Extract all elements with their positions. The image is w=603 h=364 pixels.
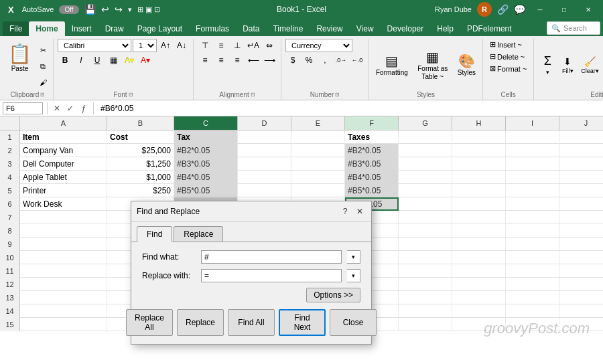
redo-icon[interactable]: ↪ xyxy=(115,4,123,15)
col-header-d[interactable]: D xyxy=(238,116,291,130)
col-header-j[interactable]: J xyxy=(559,116,603,130)
cell-i1[interactable] xyxy=(506,130,559,144)
search-box[interactable]: 🔍 Search xyxy=(547,21,600,35)
cell-a5[interactable]: Printer xyxy=(20,184,107,197)
cell-h4[interactable] xyxy=(452,171,506,184)
delete-cells-btn[interactable]: ⊟ Delete ~ xyxy=(487,51,529,62)
tab-file[interactable]: File xyxy=(3,21,29,36)
cell-i4[interactable] xyxy=(506,171,559,184)
cell-e1[interactable] xyxy=(291,130,345,144)
cell-g6[interactable] xyxy=(399,197,452,211)
cell-b1[interactable]: Cost xyxy=(107,130,174,144)
quick-access-more[interactable]: ▾ xyxy=(128,5,132,14)
row-header-4[interactable]: 4 xyxy=(0,171,20,184)
fill-btn[interactable]: ⬇ Fill▾ xyxy=(558,55,577,76)
options-button[interactable]: Options >> xyxy=(306,288,360,302)
cell-e3[interactable] xyxy=(291,157,345,171)
cell-b3[interactable]: $1,250 xyxy=(107,157,174,171)
col-header-i[interactable]: I xyxy=(506,116,559,130)
cell-d1[interactable] xyxy=(238,130,291,144)
autosave-toggle[interactable]: Off xyxy=(59,5,78,14)
cell-b5[interactable]: $250 xyxy=(107,184,174,197)
cell-h1[interactable] xyxy=(452,130,506,144)
conditional-formatting-btn[interactable]: ▤ Formatting xyxy=(373,52,411,78)
cell-h6[interactable] xyxy=(452,197,506,211)
find-what-input[interactable] xyxy=(201,250,342,264)
border-button[interactable]: ▦ xyxy=(106,54,121,67)
cell-d3[interactable] xyxy=(238,157,291,171)
col-header-b[interactable]: B xyxy=(107,116,174,130)
align-center-btn[interactable]: ≡ xyxy=(214,54,228,67)
cell-h2[interactable] xyxy=(452,144,506,157)
col-header-f[interactable]: F xyxy=(345,116,399,130)
dialog-help-icon[interactable]: ? xyxy=(339,205,351,217)
cell-f4[interactable]: #B4*0.05 xyxy=(345,171,399,184)
row-header-11[interactable]: 11 xyxy=(0,264,20,278)
align-bottom-btn[interactable]: ⊥ xyxy=(230,39,245,52)
cell-a1[interactable]: Item xyxy=(20,130,107,144)
row-header-9[interactable]: 9 xyxy=(0,238,20,251)
font-size-select[interactable]: 11 xyxy=(133,39,157,52)
cell-a4[interactable]: Apple Tablet xyxy=(20,171,107,184)
col-header-e[interactable]: E xyxy=(291,116,345,130)
format-painter-button[interactable]: 🖌 xyxy=(36,75,50,90)
cancel-formula-icon[interactable]: ✕ xyxy=(52,104,62,113)
find-all-button[interactable]: Find All xyxy=(228,309,275,336)
bold-button[interactable]: B xyxy=(58,54,72,67)
cut-button[interactable]: ✂ xyxy=(36,43,50,58)
cell-c1[interactable]: Tax xyxy=(174,130,238,144)
replace-all-button[interactable]: Replace All xyxy=(126,309,173,336)
decrease-decimal-btn[interactable]: ←.0 xyxy=(350,54,364,67)
merge-center-btn[interactable]: ⇔ xyxy=(262,39,277,52)
confirm-formula-icon[interactable]: ✓ xyxy=(65,104,76,113)
corner-cell[interactable] xyxy=(0,116,20,130)
row-header-7[interactable]: 7 xyxy=(0,211,20,224)
row-header-1[interactable]: 1 xyxy=(0,130,20,144)
find-replace-dialog[interactable]: Find and Replace ? ✕ Find Replace Find w… xyxy=(131,201,372,345)
replace-with-dropdown[interactable]: ▾ xyxy=(347,269,360,282)
cell-i2[interactable] xyxy=(506,144,559,157)
cell-b2[interactable]: $25,000 xyxy=(107,144,174,157)
cell-j1[interactable] xyxy=(559,130,603,144)
cell-i5[interactable] xyxy=(506,184,559,197)
comma-btn[interactable]: , xyxy=(318,54,332,67)
copy-button[interactable]: ⧉ xyxy=(36,59,50,74)
fill-color-button[interactable]: A▾ xyxy=(122,54,137,67)
cell-e5[interactable] xyxy=(291,184,345,197)
cell-i3[interactable] xyxy=(506,157,559,171)
wrap-text-btn[interactable]: ↵A xyxy=(246,39,261,52)
cell-g2[interactable] xyxy=(399,144,452,157)
formula-input[interactable] xyxy=(98,102,600,114)
tab-page-layout[interactable]: Page Layout xyxy=(131,21,189,36)
cell-reference-box[interactable]: F6 xyxy=(3,102,43,114)
percent-btn[interactable]: % xyxy=(302,54,316,67)
dialog-tab-find[interactable]: Find xyxy=(137,226,172,242)
cell-f1[interactable]: Taxes xyxy=(345,130,399,144)
cell-h5[interactable] xyxy=(452,184,506,197)
align-right-btn[interactable]: ≡ xyxy=(230,54,245,67)
dialog-close-icon[interactable]: ✕ xyxy=(354,205,366,217)
cell-b4[interactable]: $1,000 xyxy=(107,171,174,184)
cell-d5[interactable] xyxy=(238,184,291,197)
tab-home[interactable]: Home xyxy=(29,21,64,36)
underline-button[interactable]: U xyxy=(90,54,105,67)
font-name-select[interactable]: Calibri xyxy=(58,39,131,52)
col-header-c[interactable]: C xyxy=(174,116,238,130)
col-header-a[interactable]: A xyxy=(20,116,107,130)
tab-developer[interactable]: Developer xyxy=(381,21,431,36)
tab-view[interactable]: View xyxy=(350,21,381,36)
dollar-btn[interactable]: $ xyxy=(285,54,300,67)
col-header-h[interactable]: H xyxy=(452,116,506,130)
sum-btn[interactable]: Σ ▾ xyxy=(538,53,557,77)
close-dialog-button[interactable]: Close xyxy=(330,309,377,336)
minimize-btn[interactable]: ─ xyxy=(531,3,549,16)
row-header-10[interactable]: 10 xyxy=(0,251,20,264)
italic-button[interactable]: I xyxy=(74,54,88,67)
dialog-tab-replace[interactable]: Replace xyxy=(174,226,223,242)
close-btn[interactable]: ✕ xyxy=(579,3,598,16)
tab-draw[interactable]: Draw xyxy=(98,21,131,36)
increase-font-btn[interactable]: A↑ xyxy=(158,39,173,52)
cell-f5[interactable]: #B5*0.05 xyxy=(345,184,399,197)
format-as-table-btn[interactable]: ▦ Format as Table ~ xyxy=(413,48,452,82)
find-what-dropdown[interactable]: ▾ xyxy=(347,250,360,264)
